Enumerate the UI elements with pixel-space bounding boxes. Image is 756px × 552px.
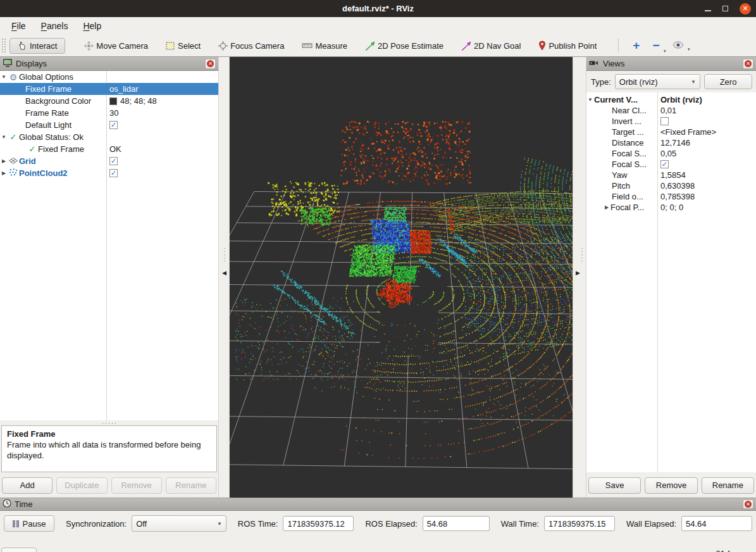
- zero-button[interactable]: Zero: [704, 74, 752, 89]
- tree-row-global-status[interactable]: ▼ ✓ Global Status: Ok: [0, 131, 218, 143]
- render-viewport[interactable]: [230, 57, 573, 498]
- move-camera-icon: [84, 41, 94, 51]
- view-row-focal-shape-fixed[interactable]: Focal S... ✓: [586, 159, 756, 170]
- save-view-button[interactable]: Save: [588, 477, 641, 494]
- tool-2d-pose-estimate[interactable]: 2D Pose Estimate: [361, 39, 447, 53]
- wall-elapsed-label: Wall Elapsed:: [626, 519, 676, 529]
- add-button[interactable]: Add: [2, 477, 53, 494]
- remove-button[interactable]: Remove: [111, 477, 162, 494]
- menu-file[interactable]: File: [5, 18, 32, 34]
- views-panel-header: Views ✕: [586, 57, 756, 71]
- tool-measure[interactable]: Measure: [298, 39, 351, 53]
- reset-button[interactable]: Reset: [1, 548, 37, 552]
- time-close-button[interactable]: ✕: [743, 499, 753, 509]
- expander-icon[interactable]: ▼: [0, 74, 8, 80]
- tree-row-default-light[interactable]: Default Light ✓: [0, 119, 218, 131]
- invert-z-checkbox[interactable]: [660, 117, 669, 125]
- wall-time-field[interactable]: 1718359375.15: [544, 516, 615, 531]
- tool-focus-camera[interactable]: Focus Camera: [214, 39, 288, 53]
- views-buttons: Save Remove Rename: [586, 472, 756, 498]
- expander-icon[interactable]: ▼: [0, 134, 8, 140]
- views-column-divider[interactable]: [657, 92, 658, 472]
- pointcloud-canvas[interactable]: [230, 57, 573, 498]
- pointcloud-icon: [8, 168, 19, 178]
- maximize-button[interactable]: [722, 6, 728, 11]
- tool-select[interactable]: Select: [162, 39, 204, 53]
- focal-shape-checkbox[interactable]: ✓: [660, 160, 669, 168]
- rename-view-button[interactable]: Rename: [702, 477, 754, 494]
- background-color-value[interactable]: 48; 48; 48: [120, 96, 157, 106]
- pointcloud2-checkbox[interactable]: ✓: [109, 169, 118, 177]
- views-panel-title: Views: [603, 59, 740, 68]
- view-row-current-view[interactable]: ▼ Current V... Orbit (rviz): [586, 94, 756, 105]
- zoom-out-button[interactable]: −▾: [646, 39, 666, 53]
- displays-close-button[interactable]: ✕: [205, 59, 216, 69]
- close-window-button[interactable]: ✕: [740, 3, 751, 15]
- expander-icon[interactable]: ▶: [0, 158, 8, 164]
- interact-hand-icon: [18, 41, 27, 51]
- dropdown-caret-icon: ▼: [217, 521, 222, 527]
- left-splitter[interactable]: ◀: [218, 57, 230, 498]
- collapse-left-arrow-icon[interactable]: ◀: [222, 270, 226, 276]
- expander-icon[interactable]: ▶: [603, 204, 610, 210]
- property-help-box: Fixed Frame Frame into which all data is…: [1, 425, 217, 472]
- wall-elapsed-field[interactable]: 54.64: [681, 516, 752, 531]
- title-bar: default.rviz* - RViz ✕: [0, 0, 756, 17]
- rename-button[interactable]: Rename: [166, 477, 216, 494]
- toolbar-grip[interactable]: [1, 38, 6, 53]
- select-box-icon: [166, 41, 175, 51]
- tool-move-camera[interactable]: Move Camera: [80, 39, 152, 53]
- view-row-pitch[interactable]: Pitch 0,630398: [586, 180, 756, 191]
- menu-panels[interactable]: Panels: [35, 18, 75, 34]
- view-row-invert-z[interactable]: Invert ...: [586, 116, 756, 127]
- view-row-distance[interactable]: Distance 12,7146: [586, 137, 756, 148]
- tree-row-pointcloud2[interactable]: ▶ PointCloud2 ✓: [0, 167, 218, 179]
- view-row-focal-point[interactable]: ▶ Focal P... 0; 0; 0: [586, 202, 756, 213]
- tree-row-frame-rate[interactable]: Frame Rate 30: [0, 107, 218, 119]
- tree-row-global-options[interactable]: ▼ ⚙ Global Options: [0, 71, 218, 83]
- view-row-target-frame[interactable]: Target ... <Fixed Frame>: [586, 127, 756, 137]
- tree-row-fixed-frame-status[interactable]: ✓ Fixed Frame OK: [0, 143, 218, 155]
- view-type-dropdown[interactable]: Orbit (rviz) ▼: [615, 74, 700, 89]
- displays-buttons: Add Duplicate Remove Rename: [0, 472, 218, 498]
- tree-row-grid[interactable]: ▶ Grid ✓: [0, 155, 218, 167]
- views-close-button[interactable]: ✕: [743, 59, 753, 69]
- measure-ruler-icon: [302, 42, 313, 49]
- view-row-field-of-view[interactable]: Field o... 0,785398: [586, 191, 756, 202]
- pause-button[interactable]: Pause: [4, 515, 54, 532]
- time-panel-header: Time ✕: [0, 498, 756, 511]
- zoom-in-button[interactable]: +: [626, 39, 646, 53]
- default-light-checkbox[interactable]: ✓: [109, 121, 118, 129]
- pause-icon: [13, 520, 19, 527]
- visibility-button[interactable]: ▾: [666, 41, 690, 51]
- grid-icon: [8, 157, 19, 166]
- view-type-row: Type: Orbit (rviz) ▼ Zero: [586, 71, 756, 92]
- expander-icon[interactable]: ▶: [0, 170, 8, 176]
- view-row-yaw[interactable]: Yaw 1,5854: [586, 170, 756, 180]
- view-row-near-clip[interactable]: Near Cl... 0,01: [586, 105, 756, 116]
- ros-elapsed-field[interactable]: 54.68: [423, 516, 490, 531]
- tree-row-background-color[interactable]: Background Color 48; 48; 48: [0, 95, 218, 107]
- gear-icon: ⚙: [8, 72, 19, 82]
- tool-publish-point[interactable]: Publish Point: [535, 38, 600, 53]
- remove-view-button[interactable]: Remove: [645, 477, 697, 494]
- minimize-button[interactable]: [705, 10, 711, 11]
- collapse-right-arrow-icon[interactable]: ▶: [576, 270, 580, 276]
- grid-checkbox[interactable]: ✓: [109, 157, 118, 165]
- right-splitter[interactable]: ▶: [573, 57, 586, 498]
- menu-help[interactable]: Help: [77, 18, 108, 34]
- time-panel-body: Pause Synchronization: Off ▼ ROS Time: 1…: [0, 511, 756, 552]
- synchronization-dropdown[interactable]: Off ▼: [132, 515, 226, 532]
- expander-icon[interactable]: ▼: [586, 97, 594, 103]
- duplicate-button[interactable]: Duplicate: [56, 477, 107, 494]
- frame-rate-value[interactable]: 30: [106, 108, 118, 118]
- tree-row-fixed-frame[interactable]: Fixed Frame os_lidar: [0, 83, 218, 95]
- ros-time-field[interactable]: 1718359375.12: [283, 516, 354, 531]
- toolbar-separator: [618, 39, 619, 53]
- tool-2d-nav-goal[interactable]: 2D Nav Goal: [457, 39, 524, 53]
- time-panel-title: Time: [15, 499, 740, 509]
- fixed-frame-value[interactable]: os_lidar: [106, 84, 139, 94]
- displays-horizontal-splitter[interactable]: [0, 420, 218, 425]
- tool-interact[interactable]: Interact: [9, 38, 65, 54]
- view-row-focal-shape-size[interactable]: Focal S... 0,05: [586, 148, 756, 159]
